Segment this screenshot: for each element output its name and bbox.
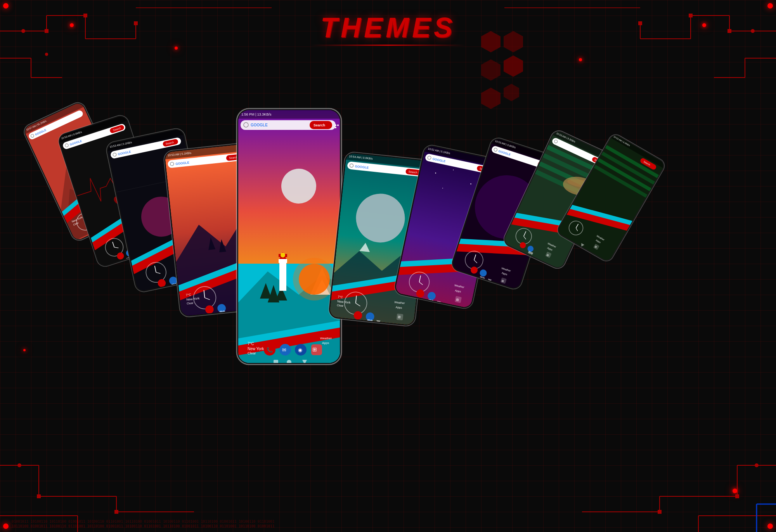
svg-text:Clear: Clear bbox=[337, 304, 344, 308]
svg-text:⊞: ⊞ bbox=[312, 346, 317, 352]
svg-text:📞: 📞 bbox=[267, 347, 273, 353]
svg-text:✉: ✉ bbox=[282, 347, 286, 353]
svg-point-175 bbox=[335, 127, 336, 128]
corner-dot-bl bbox=[3, 523, 9, 529]
corner-dot-tl bbox=[3, 3, 9, 9]
svg-text:7°C: 7°C bbox=[248, 342, 254, 346]
glow-dot-6 bbox=[733, 489, 737, 493]
svg-rect-160 bbox=[279, 259, 287, 263]
svg-point-153 bbox=[281, 169, 316, 204]
svg-text:Apps: Apps bbox=[322, 341, 329, 345]
glow-dot-4 bbox=[579, 58, 582, 61]
glow-dot-2 bbox=[175, 47, 178, 50]
glow-dot-1 bbox=[70, 23, 74, 27]
page-title: THEMES bbox=[320, 12, 456, 43]
svg-text:GOOGLE: GOOGLE bbox=[251, 123, 268, 127]
glow-dot-5 bbox=[23, 349, 26, 351]
title-underline bbox=[310, 45, 466, 46]
svg-text:Apps: Apps bbox=[395, 306, 402, 310]
svg-point-174 bbox=[337, 124, 339, 126]
svg-point-155 bbox=[293, 258, 336, 301]
svg-text:◉: ◉ bbox=[298, 347, 302, 353]
phones-scene: 10:57 AM | 91.2KB/s GOOGLE 📞 ✉ New York … bbox=[0, 58, 776, 523]
svg-text:New York: New York bbox=[248, 347, 264, 351]
svg-text:7°C: 7°C bbox=[338, 295, 343, 299]
svg-text:1:56 PM | 13.3KB/s: 1:56 PM | 13.3KB/s bbox=[241, 112, 272, 116]
svg-text:Clear: Clear bbox=[248, 351, 256, 355]
svg-text:7°C: 7°C bbox=[185, 293, 191, 297]
svg-text:Clear: Clear bbox=[187, 301, 194, 306]
svg-point-173 bbox=[335, 124, 336, 126]
svg-point-163 bbox=[281, 253, 285, 257]
corner-dot-tr bbox=[767, 3, 773, 9]
glow-dot-3 bbox=[702, 23, 706, 27]
svg-text:Search: Search bbox=[314, 123, 325, 127]
svg-text:⊞: ⊞ bbox=[398, 315, 401, 319]
svg-text:Weather: Weather bbox=[320, 337, 332, 340]
corner-dot-br bbox=[767, 523, 773, 529]
svg-rect-159 bbox=[279, 260, 286, 291]
